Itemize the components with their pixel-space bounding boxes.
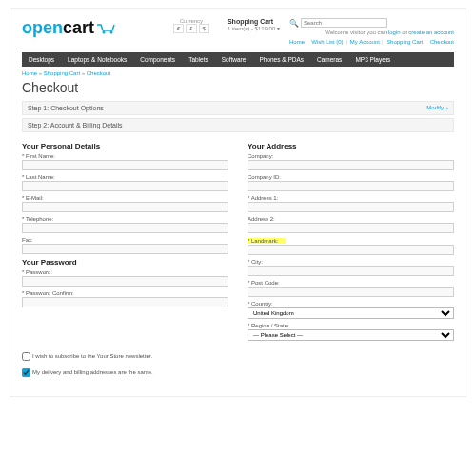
currency-gbp[interactable]: £	[186, 24, 196, 33]
nav-software[interactable]: Software	[215, 52, 253, 67]
step-1-header[interactable]: Step 1: Checkout OptionsModify »	[22, 101, 454, 115]
password-confirm-input[interactable]	[22, 297, 228, 307]
nav-tablets[interactable]: Tablets	[182, 52, 215, 67]
currency-eur[interactable]: €	[173, 24, 184, 33]
nav-laptops[interactable]: Laptops & Notebooks	[61, 52, 133, 67]
welcome-text: Welcome visitor you can login or create …	[289, 28, 454, 37]
newsletter-checkbox[interactable]	[22, 352, 30, 361]
currency-switcher: Currency €£$	[172, 18, 210, 33]
link-wishlist[interactable]: Wish List (0)	[311, 39, 343, 45]
svg-point-1	[110, 31, 113, 34]
email-input[interactable]	[22, 202, 228, 212]
svg-point-0	[103, 31, 106, 34]
landmark-label: Landmark:	[248, 238, 286, 244]
logo[interactable]: opencart	[22, 18, 117, 38]
fax-input[interactable]	[22, 244, 228, 254]
company-input[interactable]	[248, 160, 454, 170]
main-nav: Desktops Laptops & Notebooks Components …	[22, 52, 454, 67]
landmark-input[interactable]	[248, 245, 454, 255]
currency-usd[interactable]: $	[199, 24, 209, 33]
link-checkout[interactable]: Checkout	[430, 39, 454, 45]
last-name-input[interactable]	[22, 181, 228, 191]
address-heading: Your Address	[248, 142, 454, 150]
telephone-input[interactable]	[22, 223, 228, 233]
link-home[interactable]: Home	[289, 39, 305, 45]
cart-icon	[96, 22, 117, 35]
search-input[interactable]	[301, 18, 387, 28]
search-icon[interactable]: 🔍	[289, 19, 299, 28]
region-select[interactable]: --- Please Select ---	[248, 329, 454, 341]
personal-heading: Your Personal Details	[22, 142, 228, 150]
first-name-input[interactable]	[22, 160, 228, 170]
same-address-checkbox[interactable]	[22, 368, 30, 377]
password-heading: Your Password	[22, 258, 228, 267]
breadcrumb: Home » Shopping Cart » Checkout	[22, 67, 454, 78]
city-input[interactable]	[248, 266, 454, 276]
companyid-input[interactable]	[248, 181, 454, 191]
password-input[interactable]	[22, 276, 228, 287]
nav-desktops[interactable]: Desktops	[22, 52, 61, 67]
login-link[interactable]: login	[388, 30, 401, 35]
country-select[interactable]: United Kingdom	[248, 307, 454, 319]
mini-cart[interactable]: Shopping Cart 1 item(s) - $119.00 ▾	[220, 18, 280, 31]
nav-mp3[interactable]: MP3 Players	[348, 52, 397, 67]
address1-input[interactable]	[248, 202, 454, 212]
link-account[interactable]: My Account	[350, 39, 380, 45]
step-2-header[interactable]: Step 2: Account & Billing Details	[22, 118, 454, 132]
nav-components[interactable]: Components	[133, 52, 182, 67]
address2-input[interactable]	[248, 223, 454, 233]
nav-cameras[interactable]: Cameras	[310, 52, 348, 67]
create-account-link[interactable]: create an account	[408, 30, 454, 35]
nav-phones[interactable]: Phones & PDAs	[252, 52, 310, 67]
modify-link[interactable]: Modify »	[426, 105, 448, 111]
page-title: Checkout	[22, 78, 454, 101]
postcode-input[interactable]	[248, 287, 454, 297]
link-cart[interactable]: Shopping Cart	[387, 39, 423, 45]
